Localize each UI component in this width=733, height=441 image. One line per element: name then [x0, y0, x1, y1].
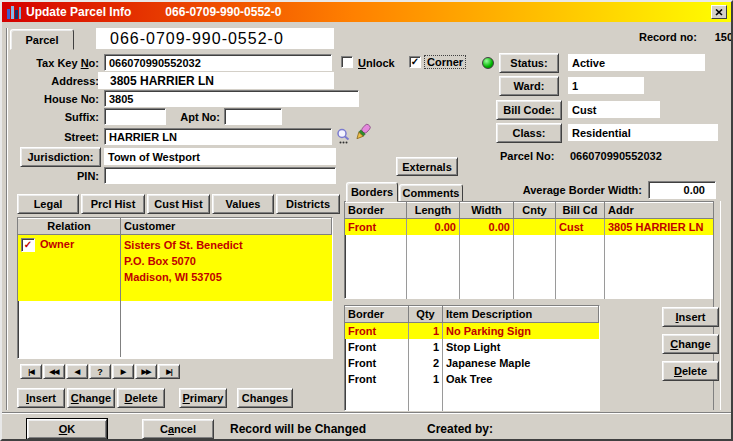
item-border-cell: Front: [345, 355, 409, 371]
button-label: Change: [71, 392, 111, 404]
prcl-hist-button[interactable]: Prcl Hist: [81, 194, 145, 214]
apt-no-input[interactable]: [224, 108, 282, 125]
nav-last-icon: ▶|: [166, 368, 171, 376]
bill-code-button-label: Bill Code:: [503, 104, 554, 116]
nav-first-button[interactable]: |◀: [20, 364, 42, 379]
tab-comments[interactable]: Comments: [399, 184, 463, 202]
label-part: D: [674, 365, 682, 377]
titlebar[interactable]: Update Parcel Info 066-0709-990-0552-0: [2, 2, 731, 22]
unlock-label: Unlock: [358, 57, 395, 69]
externals-button[interactable]: Externals: [396, 157, 458, 176]
relation-value: Owner: [40, 238, 74, 250]
street-value: HARRIER LN: [109, 131, 177, 143]
values-button[interactable]: Values: [212, 194, 274, 214]
length-column-header[interactable]: Length: [407, 202, 460, 218]
tab-comments-label: Comments: [403, 187, 460, 199]
record-no-label: Record no:: [557, 31, 697, 43]
nav-forward-button[interactable]: ▶: [112, 364, 134, 379]
item-row[interactable]: Front 1 Oak Tree: [345, 371, 599, 387]
ward-display: 1: [568, 77, 644, 94]
item-row[interactable]: Front 1 No Parking Sign: [345, 323, 599, 339]
class-value: Residential: [572, 127, 631, 139]
status-value: Active: [572, 57, 605, 69]
ward-button-label: Ward:: [514, 80, 545, 92]
tab-borders[interactable]: Borders: [346, 182, 398, 202]
average-border-width-value: 0.00: [684, 184, 705, 196]
street-search-icon[interactable]: [336, 128, 353, 145]
label-part: rimary: [190, 392, 224, 404]
tab-parcel[interactable]: Parcel: [10, 29, 74, 50]
label-part: o:: [89, 57, 99, 69]
street-input[interactable]: HARRIER LN: [104, 128, 332, 145]
nav-back-icon: ◀: [75, 368, 79, 376]
house-no-input[interactable]: 3805: [104, 90, 359, 107]
ward-button[interactable]: Ward:: [499, 76, 559, 96]
class-button[interactable]: Class:: [496, 123, 562, 143]
cust-hist-button-label: Cust Hist: [154, 198, 202, 210]
item-row[interactable]: Front 2 Japanese Maple: [345, 355, 599, 371]
ok-button[interactable]: OK: [27, 419, 107, 439]
customer-insert-button[interactable]: Insert: [17, 388, 65, 408]
customer-row[interactable]: ✓ Owner Sisters Of St. Benedict P.O. Box…: [18, 235, 332, 301]
borders-table-header: Border Length Width Cnty Bill Cd Addr: [345, 202, 715, 219]
bill-code-value: Cust: [572, 104, 596, 116]
relation-column-header[interactable]: Relation: [18, 218, 121, 234]
tax-key-input[interactable]: 066070990552032: [104, 54, 332, 71]
item-border-column-header[interactable]: Border: [345, 306, 409, 322]
item-border-cell: Front: [345, 371, 409, 387]
customer-column-header[interactable]: Customer: [121, 218, 332, 234]
item-change-button[interactable]: Change: [662, 334, 719, 354]
item-delete-button[interactable]: Delete: [662, 361, 719, 381]
jurisdiction-button[interactable]: Jurisdiction:: [20, 147, 101, 167]
primary-button[interactable]: Primary: [179, 388, 227, 408]
average-border-width-input[interactable]: 0.00: [648, 181, 716, 199]
cnty-column-header[interactable]: Cnty: [514, 202, 556, 218]
label-part: hange: [79, 392, 111, 404]
status-led-icon: [482, 57, 494, 69]
nav-page-back-button[interactable]: ◀◀: [43, 364, 65, 379]
apt-no-label: Apt No:: [170, 111, 220, 123]
width-column-header[interactable]: Width: [460, 202, 514, 218]
nav-locate-button[interactable]: ?: [89, 364, 111, 379]
districts-button[interactable]: Districts: [276, 194, 340, 214]
label-part: Changes: [242, 392, 288, 404]
suffix-input[interactable]: [104, 108, 166, 125]
nav-last-button[interactable]: ▶|: [158, 364, 180, 379]
unlock-checkbox[interactable]: [341, 56, 353, 68]
item-row[interactable]: Front 1 Stop Light: [345, 339, 599, 355]
street-edit-pencil-icon[interactable]: [353, 122, 373, 143]
bill-cd-column-header[interactable]: Bill Cd: [556, 202, 605, 218]
empty-cell: [460, 235, 514, 299]
width-cell: 0.00: [460, 219, 514, 235]
relation-cell: ✓ Owner: [18, 235, 121, 301]
corner-checkbox[interactable]: ✓: [409, 56, 421, 68]
button-label: Insert: [676, 311, 706, 323]
legal-button[interactable]: Legal: [17, 194, 79, 214]
nav-back-button[interactable]: ◀: [66, 364, 88, 379]
nav-page-forward-button[interactable]: ▶▶: [135, 364, 157, 379]
label-part: C: [71, 392, 79, 404]
record-status-text: Record will be Changed: [230, 422, 366, 436]
nav-page-forward-icon: ▶▶: [142, 368, 151, 376]
house-no-value: 3805: [109, 93, 133, 105]
owner-checkbox[interactable]: ✓: [21, 238, 35, 252]
bill-code-button[interactable]: Bill Code:: [496, 100, 562, 120]
customer-change-button[interactable]: Change: [67, 388, 115, 408]
qty-column-header[interactable]: Qty: [409, 306, 443, 322]
status-button[interactable]: Status:: [499, 53, 559, 73]
cancel-button[interactable]: Cancel: [142, 419, 214, 439]
border-row[interactable]: Front 0.00 0.00 Cust 3805 HARRIER LN: [345, 219, 715, 235]
nav-forward-icon: ▶: [121, 368, 125, 376]
cust-hist-button[interactable]: Cust Hist: [147, 194, 210, 214]
changes-button[interactable]: Changes: [237, 388, 293, 408]
item-insert-button[interactable]: Insert: [662, 307, 719, 327]
item-description-column-header[interactable]: Item Description: [443, 306, 599, 322]
customer-delete-button[interactable]: Delete: [117, 388, 165, 408]
close-button[interactable]: [711, 5, 727, 19]
address-label: Address:: [2, 75, 99, 87]
pin-input[interactable]: [104, 167, 336, 184]
tax-key-value: 066070990552032: [109, 57, 201, 69]
addr-column-header[interactable]: Addr: [605, 202, 715, 218]
border-column-header[interactable]: Border: [345, 202, 407, 218]
empty-cell: [514, 235, 556, 299]
